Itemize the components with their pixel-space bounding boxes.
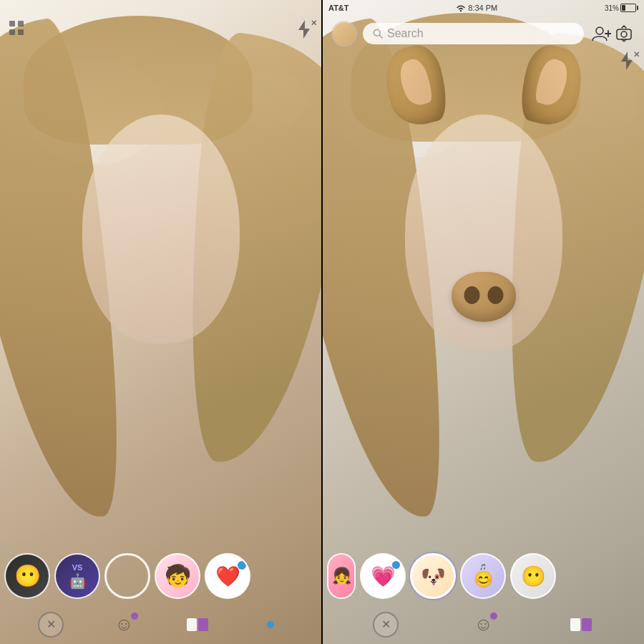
filter-item-neutral[interactable]: 😶 (510, 553, 556, 599)
action-bar-right: ✕ ☺ (323, 605, 644, 644)
layout-button-left[interactable] (183, 610, 212, 639)
flash-x-left: ✕ (311, 19, 317, 28)
dot-button-left[interactable] (256, 610, 285, 639)
filter-bar-left: 😶 VS 🤖 🧒 ❤️ (0, 547, 321, 605)
two-rects-left (187, 618, 208, 631)
svg-line-7 (379, 35, 382, 38)
svg-point-5 (460, 10, 462, 11)
close-circle-left[interactable]: ✕ (38, 612, 64, 638)
battery-tip (637, 6, 638, 10)
smiley-button-left[interactable]: ☺ (109, 610, 138, 639)
search-placeholder: Search (387, 27, 424, 40)
flash-button-left[interactable]: ✕ (297, 20, 311, 39)
filter-item-none[interactable] (104, 553, 150, 599)
svg-rect-11 (617, 29, 631, 39)
smiley-container-right: ☺ (474, 613, 493, 635)
two-rects-right (570, 618, 592, 631)
battery-percent: 31% (605, 4, 619, 12)
flip-camera-button[interactable] (613, 22, 635, 45)
svg-marker-4 (298, 20, 310, 39)
smiley-container-left: ☺ (114, 613, 134, 635)
flash-x-right: ✕ (633, 50, 640, 59)
filter-item-anime-music[interactable]: 🎵 😊 (460, 553, 506, 599)
smiley-dot-right (490, 613, 497, 620)
svg-point-12 (621, 31, 627, 37)
rect-purple-left (198, 618, 208, 631)
left-panel: ✕ 😶 VS 🤖 🧒 ❤️ (0, 0, 321, 644)
svg-rect-2 (9, 29, 15, 35)
face-area-right (405, 114, 562, 351)
filter-item-robot[interactable]: VS 🤖 (54, 553, 100, 599)
blue-dot-left (267, 621, 274, 628)
battery-fill (622, 5, 625, 11)
add-friend-button[interactable] (590, 22, 613, 45)
carrier-label: AT&T (328, 4, 349, 12)
svg-rect-1 (18, 21, 24, 26)
face-area (82, 114, 240, 343)
filter-item-anime-girl[interactable]: 🧒 (155, 553, 200, 599)
top-bar-right: Search (323, 16, 644, 52)
filter-item-edge-r[interactable]: 👧 (327, 553, 356, 599)
svg-point-8 (596, 27, 603, 34)
search-icon (373, 29, 383, 39)
filter-emoji-edge: 😶 (14, 565, 41, 587)
svg-rect-0 (9, 21, 15, 26)
flash-button-right[interactable]: ✕ (620, 52, 634, 70)
user-avatar[interactable] (331, 21, 357, 47)
grid-icon[interactable] (9, 20, 24, 39)
battery-icon (620, 4, 638, 12)
status-bar-right: 31% (605, 4, 638, 12)
rect-white-left (187, 618, 197, 631)
rect-white-right (570, 618, 580, 631)
svg-rect-3 (18, 29, 24, 35)
layout-button-right[interactable] (567, 610, 595, 639)
status-bar: AT&T 8:34 PM 31% (323, 0, 644, 16)
filter-item-dog-active[interactable]: 🐶 (410, 553, 456, 599)
close-x-right-label: ✕ (381, 618, 391, 631)
filter-item-edge[interactable]: 😶 (4, 553, 50, 599)
filter-emoji-anime: 🧒 (165, 565, 191, 587)
search-bar[interactable]: Search (363, 23, 584, 44)
close-button-right[interactable]: ✕ (371, 610, 400, 639)
svg-marker-13 (621, 52, 633, 70)
smiley-dot-left (131, 613, 138, 620)
flip-camera-icon (615, 24, 633, 43)
add-person-icon (591, 25, 611, 42)
filter-bar-right: 👧 💗 🐶 🎵 😊 😶 (323, 547, 644, 605)
rect-purple-right (582, 618, 592, 631)
close-button-left[interactable]: ✕ (36, 610, 65, 639)
status-bar-center: 8:34 PM (456, 4, 497, 12)
filter-item-heart[interactable]: ❤️ (205, 553, 250, 599)
action-bar-left: ✕ ☺ (0, 605, 321, 644)
close-circle-right[interactable]: ✕ (373, 612, 399, 638)
time-label: 8:34 PM (468, 4, 497, 12)
right-panel: AT&T 8:34 PM 31% (323, 0, 644, 644)
filter-item-heart-couple[interactable]: 💗 (360, 553, 406, 599)
wifi-icon (456, 4, 466, 12)
close-x-label: ✕ (47, 618, 56, 631)
smiley-button-right[interactable]: ☺ (469, 610, 497, 639)
